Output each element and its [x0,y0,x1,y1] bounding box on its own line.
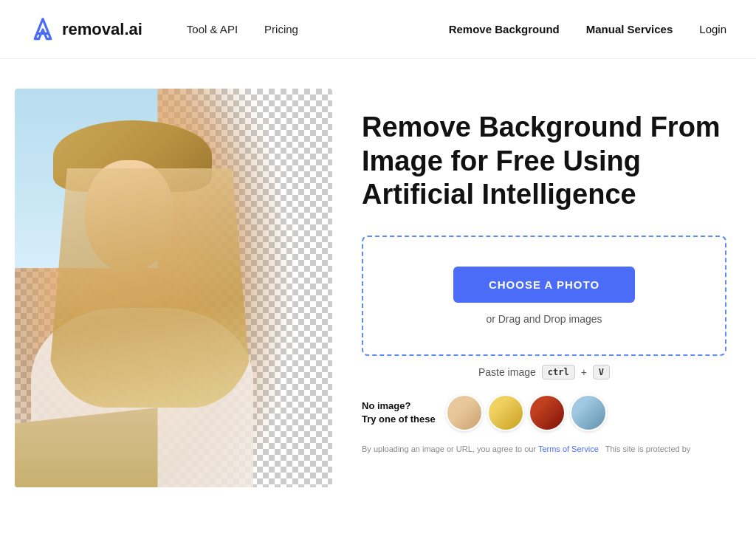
no-image-label: No image? Try one of these [362,399,436,426]
nav-login[interactable]: Login [699,23,726,35]
sample-thumb-animal[interactable] [570,394,607,431]
nav-tool-api[interactable]: Tool & API [187,23,238,35]
nav-left-links: Tool & API Pricing [187,23,298,35]
paste-shortcut-row: Paste image ctrl + V [362,365,726,380]
paste-label: Paste image [478,366,536,378]
navbar: removal.ai Tool & API Pricing Remove Bac… [0,0,756,59]
hero-hair [47,168,253,408]
choose-photo-button[interactable]: CHOOSE A PHOTO [453,267,635,303]
sample-images-row: No image? Try one of these [362,394,726,431]
drag-drop-text: or Drag and Drop images [486,313,602,325]
nav-pricing[interactable]: Pricing [264,23,298,35]
nav-manual-services[interactable]: Manual Services [586,23,673,35]
main-content: Remove Background From Image for Free Us… [0,59,756,517]
footer-note: By uploading an image or URL, you agree … [362,444,726,453]
sample-thumb-person[interactable] [446,394,483,431]
plus-sign: + [581,366,587,378]
logo-icon [30,16,56,43]
sample-thumb-bag[interactable] [529,394,566,431]
brand-logo[interactable]: removal.ai [30,16,142,43]
hero-right-content: Remove Background From Image for Free Us… [362,89,726,453]
v-key: V [593,365,610,380]
sample-thumbnails [446,394,607,431]
brand-name: removal.ai [62,20,142,39]
drop-zone[interactable]: CHOOSE A PHOTO or Drag and Drop images [362,236,726,356]
terms-link[interactable]: Terms of Service [538,444,599,453]
sample-thumb-car[interactable] [487,394,524,431]
hero-title: Remove Background From Image for Free Us… [362,111,726,212]
nav-remove-background[interactable]: Remove Background [449,23,560,35]
hero-image-area [15,89,332,487]
nav-right-links: Remove Background Manual Services Login [449,23,726,35]
ctrl-key: ctrl [542,365,575,380]
